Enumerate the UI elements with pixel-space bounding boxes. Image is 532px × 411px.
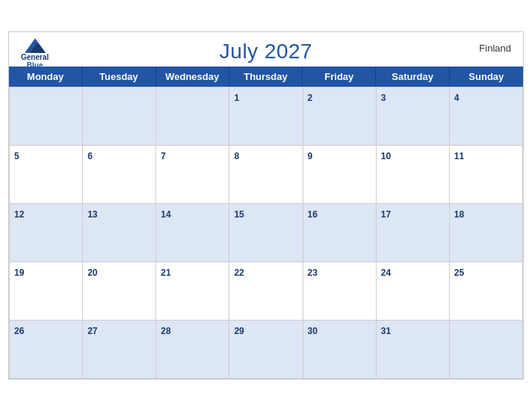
calendar-cell: 26 — [10, 321, 83, 379]
logo: General Blue — [21, 38, 49, 69]
calendar-cell: 11 — [450, 146, 523, 204]
calendar-cell: 18 — [450, 204, 523, 262]
day-number: 1 — [234, 93, 239, 103]
calendar-cell: 6 — [83, 146, 156, 204]
day-number: 31 — [381, 326, 391, 336]
day-number: 17 — [381, 209, 391, 220]
day-number: 29 — [234, 326, 244, 336]
calendar-cell: 10 — [377, 146, 450, 204]
calendar-cell: 16 — [303, 204, 377, 262]
calendar-cell: 5 — [10, 146, 83, 204]
day-number: 22 — [234, 268, 244, 278]
calendar-cell: 13 — [83, 204, 156, 262]
country-label: Finland — [479, 43, 511, 54]
day-number: 14 — [161, 209, 170, 220]
day-number: 25 — [454, 268, 464, 278]
day-number: 15 — [234, 209, 244, 220]
logo-general-text: General — [21, 53, 49, 61]
calendar-cell — [156, 87, 229, 146]
day-number: 27 — [87, 326, 97, 336]
calendar-cell: 30 — [303, 321, 377, 379]
day-number: 6 — [87, 151, 93, 161]
calendar-cell: 27 — [83, 321, 156, 379]
day-number: 19 — [14, 268, 24, 278]
day-number: 13 — [87, 209, 97, 220]
day-header-thursday: Thursday — [229, 67, 303, 87]
logo-blue-text: Blue — [27, 61, 43, 69]
calendar-cell — [83, 87, 156, 146]
day-number: 7 — [161, 151, 166, 161]
day-number: 8 — [234, 151, 239, 161]
day-number: 26 — [14, 326, 24, 336]
days-header: MondayTuesdayWednesdayThursdayFridaySatu… — [9, 67, 523, 87]
day-number: 11 — [454, 151, 464, 161]
day-number: 5 — [14, 151, 19, 161]
day-number: 10 — [381, 151, 391, 161]
day-number: 24 — [381, 268, 391, 278]
calendar-grid: 1234567891011121314151617181920212223242… — [9, 87, 523, 379]
day-header-saturday: Saturday — [376, 67, 449, 87]
calendar-cell: 22 — [229, 262, 303, 321]
calendar-cell — [10, 87, 83, 146]
calendar-cell: 19 — [10, 262, 83, 321]
calendar-cell: 28 — [156, 321, 229, 379]
day-number: 2 — [308, 93, 313, 103]
calendar-cell: 23 — [303, 262, 377, 321]
day-number: 28 — [161, 326, 170, 336]
day-number: 20 — [87, 268, 97, 278]
day-number: 30 — [308, 326, 318, 336]
calendar-title: July 2027 — [220, 40, 312, 64]
calendar-header: General Blue July 2027 Finland — [9, 32, 523, 67]
calendar-cell: 8 — [229, 146, 303, 204]
day-header-friday: Friday — [303, 67, 376, 87]
calendar-cell: 7 — [156, 146, 229, 204]
calendar-cell: 25 — [450, 262, 523, 321]
calendar-cell: 24 — [377, 262, 450, 321]
calendar-cell: 21 — [156, 262, 229, 321]
calendar-cell: 4 — [450, 87, 523, 146]
calendar-cell: 17 — [377, 204, 450, 262]
day-number: 9 — [308, 151, 313, 161]
day-number: 3 — [381, 93, 386, 103]
calendar-cell: 15 — [229, 204, 303, 262]
calendar-cell: 29 — [229, 321, 303, 379]
day-header-monday: Monday — [9, 67, 82, 87]
day-number: 4 — [454, 93, 460, 103]
calendar-cell: 1 — [229, 87, 303, 146]
day-number: 23 — [308, 268, 318, 278]
calendar-cell: 9 — [303, 146, 377, 204]
day-number: 18 — [454, 209, 464, 220]
calendar-cell: 3 — [377, 87, 450, 146]
calendar: General Blue July 2027 Finland MondayTue… — [8, 31, 524, 380]
calendar-cell — [450, 321, 523, 379]
calendar-cell: 12 — [10, 204, 83, 262]
day-header-wednesday: Wednesday — [156, 67, 229, 87]
day-header-tuesday: Tuesday — [82, 67, 155, 87]
calendar-cell: 20 — [83, 262, 156, 321]
day-header-sunday: Sunday — [450, 67, 523, 87]
calendar-cell: 31 — [377, 321, 450, 379]
day-number: 21 — [161, 268, 170, 278]
day-number: 12 — [14, 209, 24, 220]
calendar-cell: 14 — [156, 204, 229, 262]
logo-icon — [25, 38, 46, 53]
calendar-cell: 2 — [303, 87, 377, 146]
day-number: 16 — [308, 209, 318, 220]
